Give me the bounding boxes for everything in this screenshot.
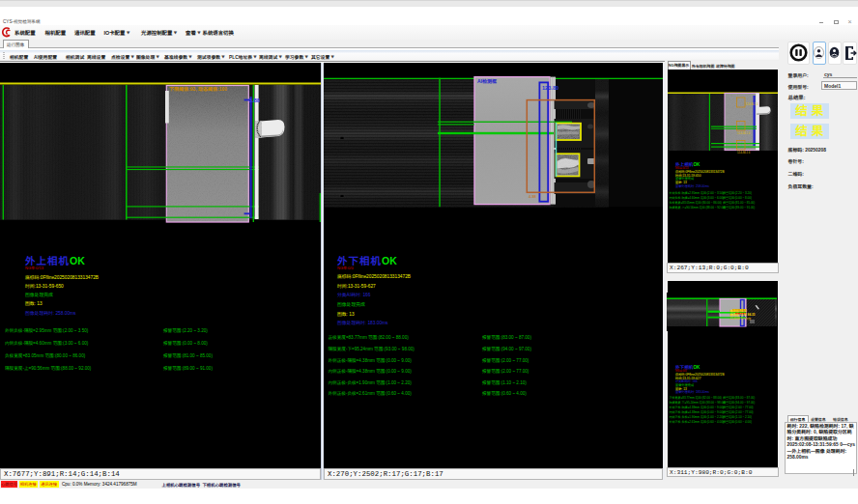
svg-text:AI检测框: AI检测框 (477, 78, 497, 84)
svg-text:检测值:84.35: 检测值:84.35 (730, 309, 748, 313)
svg-text:4.38: 4.38 (529, 194, 537, 199)
svg-text:12.4-84.1 4: 12.4-84.1 4 (746, 102, 759, 106)
svg-text:检测值:12.40 84.35: 检测值:12.40 84.35 (730, 313, 756, 317)
svg-text:12.40-84.1 检测值: 12.40-84.1 检测值 (730, 317, 752, 321)
svg-text:12.4-84.1 4: 12.4-84.1 4 (737, 151, 751, 154)
svg-text:12.4-84.1 4: 12.4-84.1 4 (737, 131, 751, 135)
svg-text:下限阈值:93, 动态阈值:100: 下限阈值:93, 动态阈值:100 (169, 86, 227, 92)
svg-text:3.88: 3.88 (249, 98, 261, 103)
